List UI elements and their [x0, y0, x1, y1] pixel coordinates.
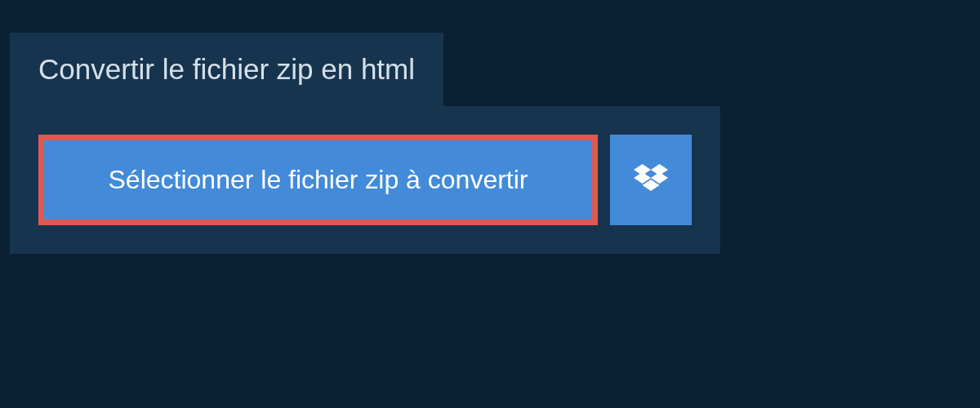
dropbox-icon — [634, 164, 668, 197]
page-title: Convertir le fichier zip en html — [38, 53, 415, 85]
upload-panel: Sélectionner le fichier zip à convertir — [10, 106, 720, 254]
header-tab: Convertir le fichier zip en html — [10, 33, 443, 106]
select-file-button[interactable]: Sélectionner le fichier zip à convertir — [38, 135, 598, 225]
select-file-button-label: Sélectionner le fichier zip à convertir — [108, 165, 528, 195]
dropbox-button[interactable] — [610, 135, 692, 225]
